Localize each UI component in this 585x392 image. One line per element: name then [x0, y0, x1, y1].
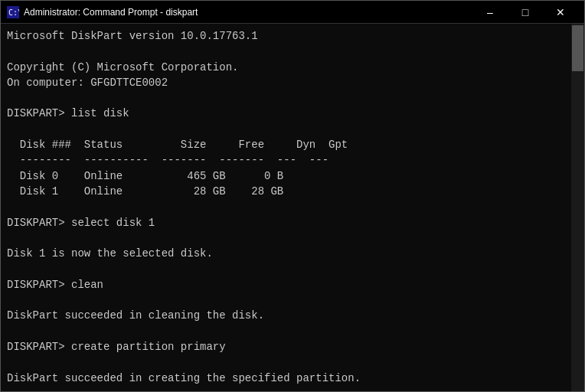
- terminal-output[interactable]: Microsoft DiskPart version 10.0.17763.1 …: [1, 24, 584, 391]
- scrollbar-thumb[interactable]: [572, 25, 583, 71]
- scrollbar[interactable]: [571, 24, 584, 391]
- window-title: Administrator: Command Prompt - diskpart: [24, 7, 472, 18]
- terminal-text: Microsoft DiskPart version 10.0.17763.1 …: [7, 28, 578, 391]
- cmd-icon: C:\: [7, 6, 19, 18]
- svg-text:C:\: C:\: [8, 8, 19, 17]
- minimize-button[interactable]: –: [472, 1, 508, 24]
- maximize-button[interactable]: □: [508, 1, 543, 24]
- titlebar: C:\ Administrator: Command Prompt - disk…: [1, 1, 584, 24]
- close-button[interactable]: ✕: [543, 1, 578, 24]
- window-controls: – □ ✕: [472, 1, 578, 24]
- window: C:\ Administrator: Command Prompt - disk…: [0, 0, 585, 392]
